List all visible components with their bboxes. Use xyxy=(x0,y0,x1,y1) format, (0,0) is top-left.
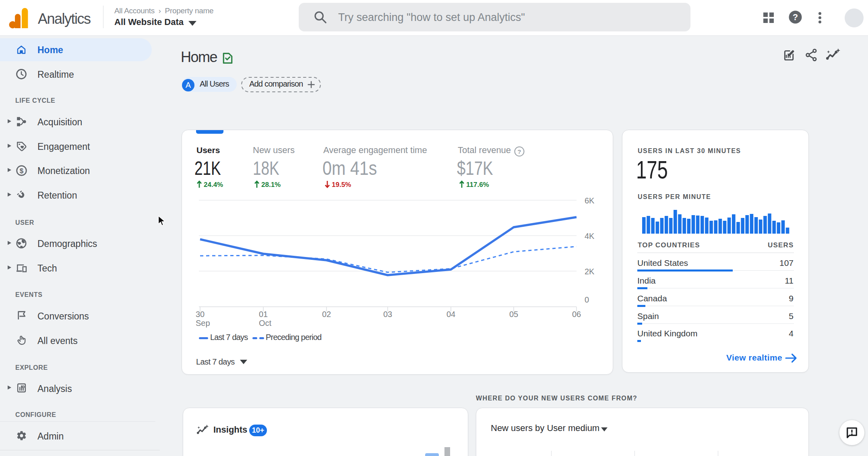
svg-text:$: $ xyxy=(20,167,24,175)
svg-text:?: ? xyxy=(517,148,521,155)
svg-text:?: ? xyxy=(793,12,798,22)
